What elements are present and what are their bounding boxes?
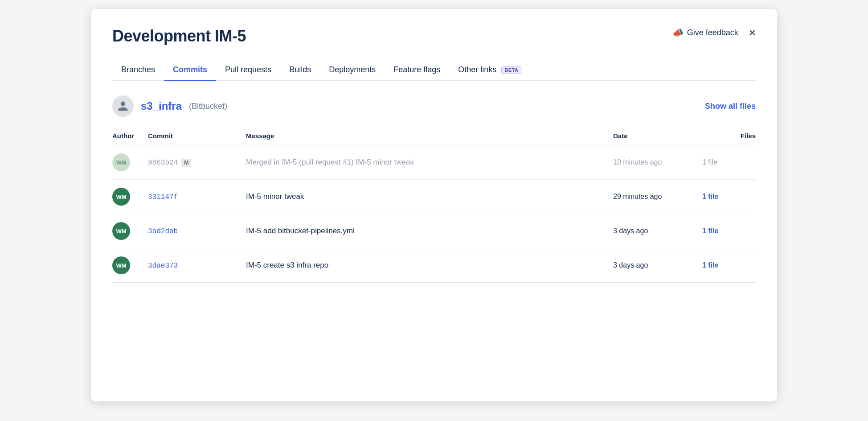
- commit-date-cell: 3 days ago: [613, 214, 702, 248]
- commit-hash-link[interactable]: 3bd2dab: [148, 227, 178, 235]
- commit-files: 1 file: [702, 158, 717, 166]
- commit-hash-link[interactable]: 3dae373: [148, 262, 178, 270]
- repo-info: s3_infra (Bitbucket): [112, 95, 227, 117]
- col-header-author: Author: [112, 128, 148, 145]
- table-row: WM331147fIM-5 minor tweak29 minutes ago1…: [112, 180, 756, 214]
- commit-author: WM: [112, 180, 148, 214]
- commits-table: Author Commit Message Date Files WM9863b…: [112, 128, 756, 283]
- author-avatar: WM: [112, 153, 130, 171]
- commit-hash-cell: 3bd2dab: [148, 214, 246, 248]
- commit-message: IM-5 add bitbucket-pipelines.yml: [246, 227, 355, 235]
- table-row: WM3dae373IM-5 create s3 infra repo3 days…: [112, 248, 756, 283]
- commit-hash-link[interactable]: 331147f: [148, 193, 178, 201]
- commit-message: IM-5 minor tweak: [246, 192, 304, 201]
- commit-message-cell: IM-5 create s3 infra repo: [246, 248, 613, 283]
- repo-name: s3_infra: [141, 100, 182, 112]
- commit-hash-link[interactable]: 9863b24: [148, 159, 178, 167]
- tab-branches[interactable]: Branches: [112, 60, 164, 81]
- tab-builds[interactable]: Builds: [280, 60, 320, 81]
- modal-title: Development IM-5: [112, 27, 246, 45]
- commit-date-cell: 29 minutes ago: [613, 180, 702, 214]
- repo-source: (Bitbucket): [189, 102, 227, 111]
- col-header-date: Date: [613, 128, 702, 145]
- commit-date: 29 minutes ago: [613, 193, 662, 200]
- commit-files-cell: 1 file: [702, 214, 756, 248]
- commit-author: WM: [112, 145, 148, 180]
- col-header-message: Message: [246, 128, 613, 145]
- commit-message-cell: Merged in IM-5 (pull request #1) IM-5 mi…: [246, 145, 613, 180]
- author-avatar: WM: [112, 222, 130, 240]
- col-header-commit: Commit: [148, 128, 246, 145]
- commit-hash-cell: 3dae373: [148, 248, 246, 283]
- commit-files-cell: 1 file: [702, 248, 756, 283]
- merge-badge: M: [181, 159, 191, 167]
- commit-files[interactable]: 1 file: [702, 227, 718, 235]
- col-header-files: Files: [702, 128, 756, 145]
- repo-avatar: [112, 95, 134, 117]
- give-feedback-button[interactable]: 📣 Give feedback: [672, 27, 738, 38]
- commit-files-cell: 1 file: [702, 180, 756, 214]
- beta-badge: BETA: [501, 66, 521, 74]
- commit-author: WM: [112, 214, 148, 248]
- table-row: WM9863b24MMerged in IM-5 (pull request #…: [112, 145, 756, 180]
- commit-files[interactable]: 1 file: [702, 193, 718, 200]
- commit-date: 3 days ago: [613, 227, 648, 235]
- section-header: s3_infra (Bitbucket) Show all files: [112, 95, 756, 117]
- close-button[interactable]: ×: [749, 27, 756, 38]
- commit-message-cell: IM-5 minor tweak: [246, 180, 613, 214]
- commit-date: 10 minutes ago: [613, 158, 662, 166]
- tab-pull-requests[interactable]: Pull requests: [216, 60, 280, 81]
- modal-container: Development IM-5 📣 Give feedback × Branc…: [91, 9, 777, 401]
- commit-date-cell: 10 minutes ago: [613, 145, 702, 180]
- author-avatar: WM: [112, 188, 130, 206]
- tab-other-links[interactable]: Other links BETA: [449, 60, 530, 81]
- commit-date: 3 days ago: [613, 261, 648, 269]
- tabs-nav: Branches Commits Pull requests Builds De…: [112, 60, 756, 81]
- modal-actions: 📣 Give feedback ×: [672, 27, 756, 38]
- commit-hash-cell: 331147f: [148, 180, 246, 214]
- commit-files[interactable]: 1 file: [702, 261, 718, 269]
- commit-author: WM: [112, 248, 148, 283]
- commit-files-cell: 1 file: [702, 145, 756, 180]
- modal-header: Development IM-5 📣 Give feedback ×: [112, 27, 756, 45]
- commit-message-cell: IM-5 add bitbucket-pipelines.yml: [246, 214, 613, 248]
- tab-feature-flags[interactable]: Feature flags: [385, 60, 449, 81]
- author-avatar: WM: [112, 256, 130, 274]
- table-row: WM3bd2dabIM-5 add bitbucket-pipelines.ym…: [112, 214, 756, 248]
- commit-date-cell: 3 days ago: [613, 248, 702, 283]
- give-feedback-label: Give feedback: [687, 28, 738, 37]
- show-all-files-button[interactable]: Show all files: [705, 102, 756, 111]
- commit-message: Merged in IM-5 (pull request #1) IM-5 mi…: [246, 158, 414, 166]
- commit-hash-cell: 9863b24M: [148, 145, 246, 180]
- megaphone-icon: 📣: [672, 27, 684, 38]
- commit-message: IM-5 create s3 infra repo: [246, 261, 328, 269]
- tab-deployments[interactable]: Deployments: [320, 60, 385, 81]
- tab-commits[interactable]: Commits: [164, 60, 216, 81]
